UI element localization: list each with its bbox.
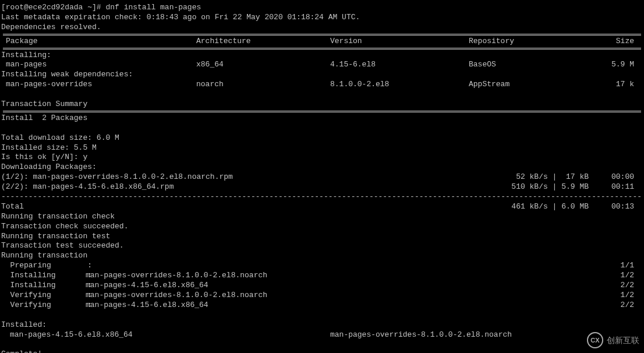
- downloading-label: Downloading Packages:: [1, 163, 643, 172]
- step-action: Verifying :: [1, 291, 86, 301]
- table-header: Package Architecture Version Repository …: [1, 37, 643, 47]
- blank: [1, 123, 643, 133]
- confirm-prompt[interactable]: Is this ok [y/N]: y: [1, 153, 643, 163]
- pkg-arch: noarch: [196, 80, 330, 90]
- transaction-step: Installing : man-pages-4.15-6.el8.x86_64…: [1, 281, 643, 291]
- pkg-version: 8.1.0.0-2.el8: [330, 80, 469, 90]
- header-size: Size: [606, 37, 643, 47]
- step-count: 2/2: [621, 281, 643, 291]
- transaction-step: Verifying : man-pages-4.15-6.el8.x86_64 …: [1, 301, 643, 310]
- divider: [3, 48, 641, 50]
- check-succeeded: Transaction check succeeded.: [1, 222, 643, 232]
- installing-section: Installing:: [1, 51, 643, 61]
- running-check: Running transaction check: [1, 212, 643, 222]
- pkg-name: man-pages: [1, 60, 196, 70]
- pkg-size: 17 k: [606, 80, 643, 90]
- pkg-arch: x86_64: [196, 60, 330, 70]
- dl-stats: 510 kB/s | 5.9 MB 00:11: [511, 182, 643, 192]
- installed-size: Installed size: 5.5 M: [1, 143, 643, 153]
- installed-label: Installed:: [1, 320, 643, 330]
- deps-resolved: Dependencies resolved.: [1, 23, 643, 33]
- step-action: Installing :: [1, 281, 86, 291]
- dl-file: (1/2): man-pages-overrides-8.1.0.0-2.el8…: [1, 172, 233, 182]
- step-package: man-pages-4.15-6.el8.x86_64: [86, 281, 621, 291]
- step-count: 1/2: [621, 271, 643, 281]
- step-package: man-pages-overrides-8.1.0.0-2.el8.noarch: [86, 271, 621, 281]
- installed-packages: man-pages-4.15-6.el8.x86_64 man-pages-ov…: [1, 330, 643, 340]
- blank: [1, 310, 643, 320]
- watermark-logo-icon: CX: [587, 332, 603, 348]
- running-transaction: Running transaction: [1, 251, 643, 261]
- installing-weak-section: Installing weak dependencies:: [1, 70, 643, 80]
- transaction-step: Installing : man-pages-overrides-8.1.0.0…: [1, 271, 643, 281]
- install-count: Install 2 Packages: [1, 114, 643, 123]
- transaction-step: Preparing : 1/1: [1, 261, 643, 271]
- watermark-text: 创新互联: [607, 335, 639, 345]
- command-prompt: [root@ece2cd92dada ~]# dnf install man-p…: [1, 3, 643, 13]
- header-arch: Architecture: [196, 37, 330, 47]
- installed-pkg: man-pages-4.15-6.el8.x86_64: [1, 330, 330, 340]
- step-count: 1/1: [621, 261, 643, 271]
- step-action: Verifying :: [1, 301, 86, 310]
- transaction-summary: Transaction Summary: [1, 100, 643, 110]
- step-action: Preparing :: [1, 261, 86, 271]
- step-package: man-pages-overrides-8.1.0.0-2.el8.noarch: [86, 291, 621, 301]
- transaction-step: Verifying : man-pages-overrides-8.1.0.0-…: [1, 291, 643, 301]
- blank: [1, 90, 643, 100]
- step-count: 1/2: [621, 291, 643, 301]
- header-repo: Repository: [469, 37, 606, 47]
- pkg-name: man-pages-overrides: [1, 80, 196, 90]
- header-package: Package: [1, 37, 196, 47]
- dl-file: (2/2): man-pages-4.15-6.el8.x86_64.rpm: [1, 182, 174, 192]
- step-count: 2/2: [621, 301, 643, 310]
- blank: [1, 340, 643, 350]
- step-action: Installing :: [1, 271, 86, 281]
- metadata-check: Last metadata expiration check: 0:18:43 …: [1, 13, 643, 23]
- test-succeeded: Transaction test succeeded.: [1, 241, 643, 251]
- download-row: (2/2): man-pages-4.15-6.el8.x86_64.rpm 5…: [1, 182, 643, 192]
- download-row: (1/2): man-pages-overrides-8.1.0.0-2.el8…: [1, 172, 643, 182]
- divider: [3, 34, 641, 36]
- total-label: Total: [1, 202, 24, 212]
- running-test: Running transaction test: [1, 232, 643, 242]
- table-row: man-pages x86_64 4.15-6.el8 BaseOS 5.9 M: [1, 60, 643, 70]
- dash-divider: ----------------------------------------…: [1, 192, 643, 202]
- complete: Complete!: [1, 350, 643, 353]
- download-size: Total download size: 6.0 M: [1, 133, 643, 143]
- total-stats: 461 kB/s | 6.0 MB 00:13: [511, 202, 643, 212]
- table-row: man-pages-overrides noarch 8.1.0.0-2.el8…: [1, 80, 643, 90]
- step-package: man-pages-4.15-6.el8.x86_64: [86, 301, 621, 310]
- total-row: Total 461 kB/s | 6.0 MB 00:13: [1, 202, 643, 212]
- header-version: Version: [330, 37, 469, 47]
- pkg-size: 5.9 M: [606, 60, 643, 70]
- pkg-version: 4.15-6.el8: [330, 60, 469, 70]
- watermark: CX 创新互联: [587, 332, 639, 348]
- dl-stats: 52 kB/s | 17 kB 00:00: [511, 172, 643, 182]
- divider: [3, 111, 641, 112]
- installed-pkg: man-pages-overrides-8.1.0.0-2.el8.noarch: [330, 330, 512, 340]
- step-package: [86, 261, 621, 271]
- pkg-repo: BaseOS: [469, 60, 606, 70]
- pkg-repo: AppStream: [469, 80, 606, 90]
